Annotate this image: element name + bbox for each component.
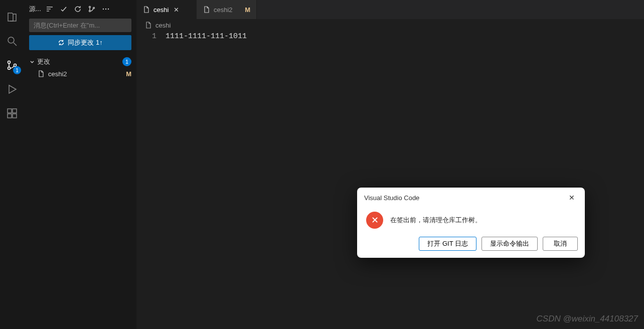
sidebar-title: 源... bbox=[29, 5, 41, 14]
sync-button-label: 同步更改 1↑ bbox=[68, 38, 102, 47]
view-icon[interactable] bbox=[44, 4, 55, 15]
close-icon[interactable]: ✕ bbox=[174, 6, 179, 14]
editor-area: ceshi ✕ ceshi2 M ceshi 1 1111-1111-111-1… bbox=[136, 0, 644, 329]
tab-label: ceshi2 bbox=[214, 6, 233, 14]
svg-point-13 bbox=[89, 6, 90, 8]
commit-icon[interactable] bbox=[58, 4, 69, 15]
breadcrumb[interactable]: ceshi bbox=[136, 19, 644, 31]
dialog-title-text: Visual Studio Code bbox=[364, 194, 419, 202]
chevron-down-icon bbox=[29, 59, 35, 65]
file-icon bbox=[37, 70, 45, 78]
file-status-modified: M bbox=[126, 70, 131, 78]
changes-label: 更改 bbox=[37, 57, 50, 66]
code-line: 1111-1111-111-1011 bbox=[166, 32, 247, 41]
changes-count-badge: 1 bbox=[122, 57, 131, 66]
svg-rect-9 bbox=[13, 109, 17, 113]
modified-indicator: M bbox=[245, 6, 250, 14]
file-icon bbox=[142, 6, 150, 14]
changed-file-item[interactable]: ceshi2 M bbox=[24, 68, 136, 79]
svg-rect-8 bbox=[13, 114, 17, 118]
dialog-titlebar: Visual Studio Code ✕ bbox=[357, 188, 585, 208]
svg-rect-6 bbox=[8, 109, 12, 113]
tab-ceshi[interactable]: ceshi ✕ bbox=[136, 0, 197, 19]
close-icon[interactable]: ✕ bbox=[566, 193, 578, 203]
svg-rect-7 bbox=[8, 114, 12, 118]
scm-badge: 1 bbox=[13, 66, 21, 74]
extensions-icon[interactable] bbox=[0, 101, 24, 125]
branch-icon[interactable] bbox=[86, 4, 97, 15]
breadcrumb-file: ceshi bbox=[155, 22, 171, 29]
tab-label: ceshi bbox=[153, 6, 169, 14]
svg-point-2 bbox=[8, 61, 11, 64]
sync-changes-button[interactable]: 同步更改 1↑ bbox=[29, 35, 131, 50]
file-name: ceshi2 bbox=[48, 70, 67, 78]
search-icon[interactable] bbox=[0, 29, 24, 53]
code-editor[interactable]: 1 1111-1111-111-1011 bbox=[136, 31, 644, 329]
source-control-icon[interactable]: 1 bbox=[0, 53, 24, 77]
svg-line-1 bbox=[14, 43, 17, 46]
svg-point-0 bbox=[8, 37, 14, 43]
more-icon[interactable] bbox=[100, 4, 111, 15]
tabs-bar: ceshi ✕ ceshi2 M bbox=[136, 0, 644, 19]
commit-message-input[interactable] bbox=[29, 19, 131, 32]
svg-point-3 bbox=[8, 67, 11, 70]
sidebar-header: 源... bbox=[24, 0, 136, 18]
tab-ceshi2[interactable]: ceshi2 M bbox=[197, 0, 257, 19]
run-debug-icon[interactable] bbox=[0, 77, 24, 101]
refresh-icon[interactable] bbox=[72, 4, 83, 15]
show-output-button[interactable]: 显示命令输出 bbox=[481, 237, 538, 251]
line-number-gutter: 1 bbox=[136, 32, 166, 329]
line-number: 1 bbox=[136, 32, 156, 41]
dialog-message: 在签出前，请清理仓库工作树。 bbox=[390, 216, 481, 225]
svg-point-18 bbox=[108, 8, 109, 9]
error-dialog: Visual Studio Code ✕ ✕ 在签出前，请清理仓库工作树。 打开… bbox=[357, 188, 585, 258]
activity-bar: 1 bbox=[0, 0, 24, 329]
svg-point-14 bbox=[89, 10, 90, 12]
explorer-icon[interactable] bbox=[0, 5, 24, 29]
error-icon: ✕ bbox=[366, 212, 383, 229]
sidebar: 源... 同步更改 1↑ 更改 1 ceshi2 M bbox=[24, 0, 136, 329]
cancel-button[interactable]: 取消 bbox=[543, 237, 578, 251]
svg-marker-5 bbox=[9, 85, 16, 93]
file-icon bbox=[144, 21, 152, 29]
svg-point-16 bbox=[103, 8, 104, 9]
svg-point-17 bbox=[105, 8, 106, 9]
open-git-log-button[interactable]: 打开 GIT 日志 bbox=[419, 237, 476, 251]
file-icon bbox=[203, 6, 211, 14]
changes-section-header[interactable]: 更改 1 bbox=[24, 55, 136, 68]
